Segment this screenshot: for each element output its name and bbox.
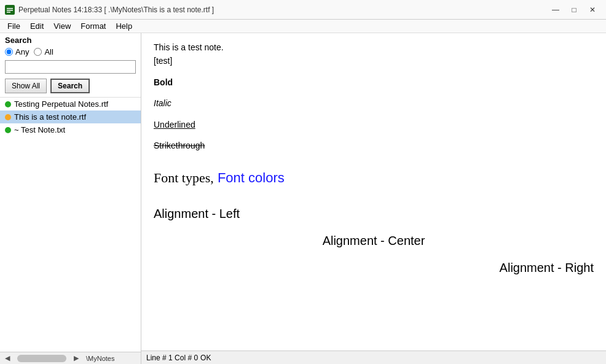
window-title: Perpetual Notes 14:18:33 [ .\MyNotes\Thi… [18, 6, 214, 14]
menu-bar: File Edit View Format Help [0, 20, 606, 33]
all-radio[interactable] [34, 48, 42, 56]
status-position: Line # 1 Col # 0 [146, 354, 198, 362]
status-bar: Line # 1 Col # 0 OK [141, 350, 606, 364]
menu-file[interactable]: File [2, 20, 25, 32]
menu-view[interactable]: View [49, 20, 76, 32]
minimize-button[interactable]: — [547, 3, 564, 17]
line-2: [test] [154, 54, 594, 68]
editor-area: This is a test note. [test] Bold Italic … [141, 33, 606, 364]
file-item-1[interactable]: This is a test note.rtf [0, 110, 141, 123]
file-dot-2 [5, 127, 11, 133]
file-name-1: This is a test note.rtf [14, 112, 86, 122]
file-dot-0 [5, 101, 11, 107]
title-controls: — □ ✕ [547, 3, 601, 17]
search-buttons: Show All Search [0, 76, 141, 97]
spacer-5 [154, 152, 594, 160]
all-label: All [44, 47, 53, 56]
line-font-mixed: Font types, Font colors [154, 167, 594, 188]
title-left: Perpetual Notes 14:18:33 [ .\MyNotes\Thi… [5, 5, 214, 15]
spacer-8 [154, 196, 594, 204]
spacer-6 [154, 160, 594, 167]
line-align-right: Alignment - Right [154, 258, 594, 277]
left-arrow-icon[interactable]: ◀ [2, 353, 12, 363]
file-item-0[interactable]: Testing Perpetual Notes.rtf [0, 98, 141, 110]
title-bar: Perpetual Notes 14:18:33 [ .\MyNotes\Thi… [0, 0, 606, 20]
file-list: Testing Perpetual Notes.rtf This is a te… [0, 97, 141, 352]
spacer-3 [154, 110, 594, 118]
menu-help[interactable]: Help [111, 20, 137, 32]
file-item-2[interactable]: ~ Test Note.txt [0, 123, 141, 136]
font-blue-text: Font colors [214, 170, 285, 185]
spacer-7 [154, 189, 594, 196]
close-button[interactable]: ✕ [584, 3, 601, 17]
file-name-2: ~ Test Note.txt [14, 125, 65, 134]
right-arrow-icon[interactable]: ▶ [71, 353, 81, 363]
spacer-2 [154, 89, 594, 96]
sidebar: Search Any All Show All Search Testing P… [0, 33, 141, 364]
search-label: Search [0, 33, 141, 46]
menu-format[interactable]: Format [76, 20, 111, 32]
line-underline: Underlined [154, 118, 594, 131]
line-strike: Strikethrough [154, 139, 594, 152]
line-align-center: Alignment - Center [154, 231, 594, 250]
spacer-10 [154, 250, 594, 258]
maximize-button[interactable]: □ [565, 3, 583, 17]
svg-rect-2 [7, 10, 13, 11]
sidebar-path: \MyNotes [84, 354, 117, 363]
all-radio-label[interactable]: All [34, 47, 53, 56]
search-input[interactable] [5, 60, 136, 74]
sidebar-footer: ◀ ▶ \MyNotes [0, 352, 141, 364]
any-radio-label[interactable]: Any [5, 47, 29, 56]
editor-content[interactable]: This is a test note. [test] Bold Italic … [141, 33, 606, 350]
spacer-4 [154, 131, 594, 139]
file-name-0: Testing Perpetual Notes.rtf [14, 99, 108, 109]
any-label: Any [15, 47, 29, 56]
menu-edit[interactable]: Edit [25, 20, 49, 32]
main-content: Search Any All Show All Search Testing P… [0, 33, 606, 364]
search-input-row [0, 58, 141, 76]
font-cursive-text: Font types, [154, 170, 214, 185]
svg-rect-3 [7, 12, 10, 13]
app-icon [5, 5, 15, 15]
show-all-button[interactable]: Show All [5, 79, 47, 93]
any-radio[interactable] [5, 48, 13, 56]
line-1: This is a test note. [154, 41, 594, 54]
search-options: Any All [0, 46, 141, 58]
line-bold: Bold [154, 76, 594, 89]
sidebar-scrollbar[interactable] [17, 355, 66, 362]
line-italic: Italic [154, 96, 594, 110]
status-ok: OK [200, 354, 211, 362]
search-button[interactable]: Search [50, 79, 90, 93]
svg-rect-1 [7, 8, 13, 9]
line-align-left: Alignment - Left [154, 204, 594, 223]
spacer-9 [154, 223, 594, 231]
spacer-1 [154, 68, 594, 76]
file-dot-1 [5, 114, 11, 120]
